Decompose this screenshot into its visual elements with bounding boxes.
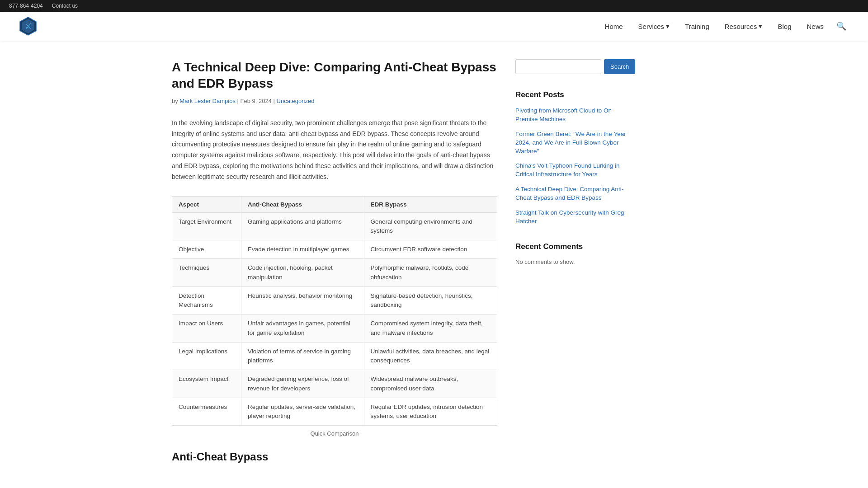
recent-posts-list: Pivoting from Microsoft Cloud to On-Prem… — [515, 107, 633, 226]
table-row: TechniquesCode injection, hooking, packe… — [172, 259, 497, 287]
table-cell-anti_cheat: Regular updates, server-side validation,… — [241, 398, 364, 426]
recent-post-link[interactable]: A Technical Deep Dive: Comparing Anti-Ch… — [515, 186, 623, 201]
top-bar: 877-864-4204 Contact us — [0, 0, 868, 12]
table-cell-anti_cheat: Evade detection in multiplayer games — [241, 240, 364, 259]
table-cell-aspect: Techniques — [172, 259, 241, 287]
main-nav: Home Services ▾ Training Resources ▾ Blo… — [599, 18, 850, 35]
article-intro: In the evolving landscape of digital sec… — [172, 118, 497, 183]
table-cell-edr: Polymorphic malware, rootkits, code obfu… — [364, 259, 497, 287]
site-header: ⚔ Home Services ▾ Training Resources ▾ B… — [0, 12, 868, 41]
col-header-aspect: Aspect — [172, 196, 241, 212]
recent-comments-section: Recent Comments No comments to show. — [515, 242, 633, 265]
author-link[interactable]: Mark Lester Dampios — [179, 98, 236, 104]
table-cell-anti_cheat: Degraded gaming experience, loss of reve… — [241, 370, 364, 398]
table-cell-anti_cheat: Code injection, hooking, packet manipula… — [241, 259, 364, 287]
table-row: ObjectiveEvade detection in multiplayer … — [172, 240, 497, 259]
table-row: CountermeasuresRegular updates, server-s… — [172, 398, 497, 426]
table-row: Legal ImplicationsViolation of terms of … — [172, 342, 497, 370]
nav-training[interactable]: Training — [679, 19, 716, 34]
sidebar: Search Recent Posts Pivoting from Micros… — [515, 59, 633, 463]
table-cell-aspect: Target Environment — [172, 212, 241, 240]
table-cell-aspect: Objective — [172, 240, 241, 259]
table-cell-aspect: Impact on Users — [172, 314, 241, 343]
table-cell-edr: Compromised system integrity, data theft… — [364, 314, 497, 343]
col-header-anti-cheat: Anti-Cheat Bypass — [241, 196, 364, 212]
recent-posts-title: Recent Posts — [515, 90, 633, 99]
table-cell-edr: Signature-based detection, heuristics, s… — [364, 286, 497, 314]
nav-home[interactable]: Home — [599, 19, 629, 34]
search-input[interactable] — [515, 59, 601, 74]
search-box: Search — [515, 59, 633, 74]
recent-post-link[interactable]: China's Volt Typhoon Found Lurking in Cr… — [515, 162, 619, 178]
table-row: Ecosystem ImpactDegraded gaming experien… — [172, 370, 497, 398]
table-cell-anti_cheat: Violation of terms of service in gaming … — [241, 342, 364, 370]
recent-post-link[interactable]: Former Green Beret: "We Are in the Year … — [515, 131, 626, 155]
no-comments-text: No comments to show. — [515, 258, 633, 265]
nav-search-button[interactable]: 🔍 — [833, 18, 850, 35]
category-link[interactable]: Uncategorized — [277, 98, 315, 104]
svg-text:⚔: ⚔ — [25, 23, 31, 30]
table-cell-edr: Regular EDR updates, intrusion detection… — [364, 398, 497, 426]
recent-post-item: Straight Talk on Cybersecurity with Greg… — [515, 209, 633, 226]
anti-cheat-heading: Anti-Cheat Bypass — [172, 450, 497, 463]
table-caption: Quick Comparison — [172, 430, 497, 437]
table-cell-aspect: Legal Implications — [172, 342, 241, 370]
search-button[interactable]: Search — [604, 59, 635, 74]
table-cell-aspect: Detection Mechanisms — [172, 286, 241, 314]
recent-post-item: China's Volt Typhoon Found Lurking in Cr… — [515, 162, 633, 179]
table-row: Impact on UsersUnfair advantages in game… — [172, 314, 497, 343]
comparison-table: Aspect Anti-Cheat Bypass EDR Bypass Targ… — [172, 196, 497, 426]
chevron-down-icon: ▾ — [759, 22, 762, 30]
table-cell-edr: General computing environments and syste… — [364, 212, 497, 240]
table-cell-anti_cheat: Unfair advantages in games, potential fo… — [241, 314, 364, 343]
main-container: A Technical Deep Dive: Comparing Anti-Ch… — [163, 41, 705, 481]
recent-comments-title: Recent Comments — [515, 242, 633, 251]
table-row: Detection MechanismsHeuristic analysis, … — [172, 286, 497, 314]
col-header-edr: EDR Bypass — [364, 196, 497, 212]
table-cell-aspect: Ecosystem Impact — [172, 370, 241, 398]
nav-news[interactable]: News — [800, 19, 830, 34]
table-cell-edr: Widespread malware outbreaks, compromise… — [364, 370, 497, 398]
meta-sep1: | — [237, 98, 241, 104]
article-title: A Technical Deep Dive: Comparing Anti-Ch… — [172, 59, 497, 92]
recent-post-link[interactable]: Pivoting from Microsoft Cloud to On-Prem… — [515, 107, 614, 122]
meta-sep2: | — [274, 98, 277, 104]
article: A Technical Deep Dive: Comparing Anti-Ch… — [172, 59, 497, 463]
table-cell-anti_cheat: Heuristic analysis, behavior monitoring — [241, 286, 364, 314]
meta-prefix: by — [172, 98, 178, 104]
contact-link[interactable]: Contact us — [52, 3, 78, 9]
table-cell-edr: Unlawful activities, data breaches, and … — [364, 342, 497, 370]
article-meta: by Mark Lester Dampios | Feb 9, 2024 | U… — [172, 98, 497, 104]
table-cell-edr: Circumvent EDR software detection — [364, 240, 497, 259]
table-cell-aspect: Countermeasures — [172, 398, 241, 426]
nav-blog[interactable]: Blog — [771, 19, 797, 34]
nav-services[interactable]: Services ▾ — [632, 19, 676, 34]
recent-post-item: Former Green Beret: "We Are in the Year … — [515, 130, 633, 156]
recent-posts-section: Recent Posts Pivoting from Microsoft Clo… — [515, 90, 633, 226]
phone-number: 877-864-4204 — [9, 3, 43, 9]
recent-post-item: A Technical Deep Dive: Comparing Anti-Ch… — [515, 185, 633, 202]
table-cell-anti_cheat: Gaming applications and platforms — [241, 212, 364, 240]
recent-post-item: Pivoting from Microsoft Cloud to On-Prem… — [515, 107, 633, 124]
logo-icon: ⚔ — [18, 16, 38, 36]
article-date: Feb 9, 2024 — [241, 98, 272, 104]
chevron-down-icon: ▾ — [666, 22, 670, 30]
table-row: Target EnvironmentGaming applications an… — [172, 212, 497, 240]
recent-post-link[interactable]: Straight Talk on Cybersecurity with Greg… — [515, 209, 624, 225]
nav-resources[interactable]: Resources ▾ — [718, 19, 769, 34]
logo[interactable]: ⚔ — [18, 16, 38, 36]
